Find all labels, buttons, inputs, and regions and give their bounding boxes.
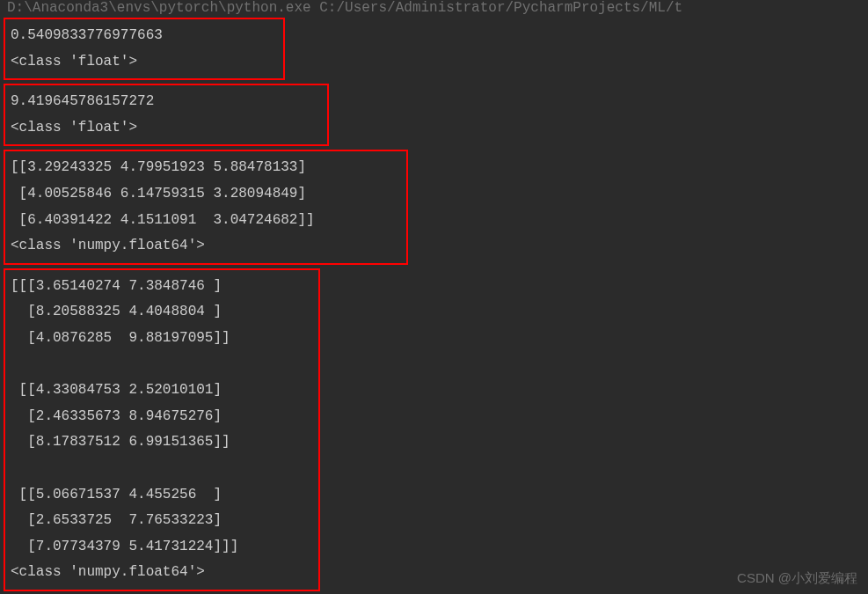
terminal-output: D:\Anaconda3\envs\pytorch\python.exe C:/… [0,0,868,593]
output-text-3: [[3.29243325 4.79951923 5.88478133] [4.0… [11,155,401,259]
output-block-3: [[3.29243325 4.79951923 5.88478133] [4.0… [4,150,408,264]
output-text-1: 0.5409833776977663 <class 'float'> [11,23,278,75]
output-text-2: 9.419645786157272 <class 'float'> [11,89,322,141]
watermark: CSDN @小刘爱编程 [737,570,857,587]
output-block-4: [[[3.65140274 7.3848746 ] [8.20588325 4.… [4,268,320,591]
output-block-2: 9.419645786157272 <class 'float'> [4,84,329,146]
path-text: D:\Anaconda3\envs\pytorch\python.exe C:/… [7,0,682,16]
watermark-text: CSDN @小刘爱编程 [737,570,857,585]
output-block-1: 0.5409833776977663 <class 'float'> [4,18,285,80]
command-path-line: D:\Anaconda3\envs\pytorch\python.exe C:/… [0,0,868,16]
output-text-4: [[[3.65140274 7.3848746 ] [8.20588325 4.… [11,274,313,586]
